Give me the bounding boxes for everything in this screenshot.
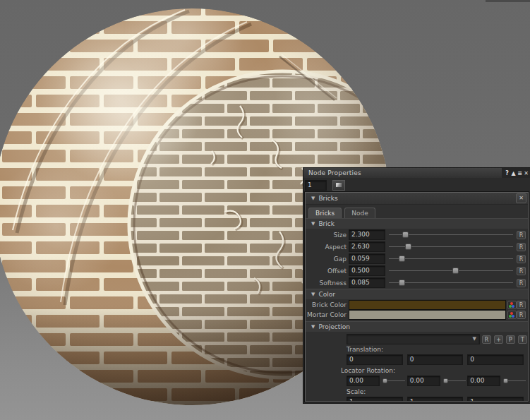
- param-label: Offset: [307, 268, 347, 275]
- projection-dropdown[interactable]: ▼: [347, 334, 480, 344]
- translation-field-y[interactable]: 0: [407, 354, 464, 365]
- p-button[interactable]: P: [506, 335, 515, 344]
- value-field-gap[interactable]: 0.059: [349, 253, 385, 264]
- collapse-triangle-icon: ▼: [311, 322, 315, 332]
- slider-row-offset: Offset 0.500 R: [306, 265, 528, 277]
- section-header-projection[interactable]: ▼ Projection: [306, 321, 528, 332]
- reset-button[interactable]: R: [517, 311, 526, 319]
- scale-field-z[interactable]: 1: [467, 397, 524, 402]
- reset-button[interactable]: R: [482, 335, 491, 344]
- titlebar-icons: ? ▲ ≡ ✕: [502, 168, 530, 178]
- slider-handle[interactable]: [383, 378, 387, 383]
- color-swatch-brick[interactable]: [349, 300, 506, 310]
- item-count-field[interactable]: 1: [305, 180, 327, 191]
- rgb-icon-blue: [512, 305, 514, 308]
- param-label: Gap: [307, 256, 347, 263]
- param-label: Brick Color: [307, 301, 347, 308]
- reset-button[interactable]: R: [517, 301, 526, 309]
- slider-handle[interactable]: [452, 268, 459, 274]
- translation-field-z[interactable]: 0: [467, 354, 524, 365]
- viewport-background: Node Properties ? ▲ ≡ ✕ 1 ▼ Bricks ✕ Bri…: [0, 0, 530, 420]
- rotation-field-y[interactable]: 0.00: [407, 376, 440, 386]
- rgb-icon: [510, 312, 513, 315]
- thumbnail-button[interactable]: [332, 180, 345, 191]
- projection-dropdown-row: ▼ R + P T: [306, 333, 528, 345]
- translation-fields: 0 0 0: [306, 354, 528, 365]
- thumbnail-icon: [336, 183, 342, 187]
- menu-icon[interactable]: ≡: [517, 170, 523, 176]
- rotation-group-x: 0.00: [347, 376, 407, 386]
- rgb-icon-blue: [512, 315, 514, 318]
- rotation-mini-slider-x[interactable]: [383, 378, 405, 384]
- slider-offset[interactable]: [389, 266, 513, 275]
- param-label: Mortar Color: [307, 311, 347, 318]
- panel-title: Node Properties: [308, 169, 361, 176]
- slider-handle[interactable]: [443, 378, 448, 383]
- section-label-brick: Brick: [318, 219, 335, 229]
- rotation-field-z[interactable]: 0.00: [467, 376, 500, 386]
- color-swatch-mortar[interactable]: [349, 310, 506, 320]
- add-button[interactable]: +: [494, 335, 503, 344]
- slider-row-gap: Gap 0.059 R: [306, 253, 528, 265]
- chevron-down-icon: ▼: [473, 335, 476, 344]
- slider-handle[interactable]: [399, 256, 405, 262]
- value-field-softness[interactable]: 0.085: [349, 277, 385, 288]
- pin-icon[interactable]: ▲: [510, 170, 517, 176]
- tab-bricks[interactable]: Bricks: [308, 208, 342, 218]
- section-header-brick[interactable]: ▼ Brick: [306, 218, 528, 229]
- section-label-color: Color: [318, 289, 335, 299]
- value-field-aspect[interactable]: 2.630: [349, 241, 385, 252]
- section-label-projection: Projection: [318, 322, 350, 332]
- section-header-color[interactable]: ▼ Color: [306, 289, 528, 299]
- slider-track: [389, 270, 513, 271]
- rotation-mini-slider-y[interactable]: [443, 378, 466, 384]
- slider-softness[interactable]: [389, 278, 513, 287]
- slider-row-size: Size 2.300 R: [306, 229, 528, 241]
- reset-button[interactable]: R: [517, 267, 526, 275]
- slider-row-softness: Softness 0.085 R: [306, 277, 528, 289]
- tab-node[interactable]: Node: [344, 208, 375, 218]
- node-properties-panel: Node Properties ? ▲ ≡ ✕ 1 ▼ Bricks ✕ Bri…: [303, 168, 530, 403]
- close-bricks-button[interactable]: ✕: [516, 193, 526, 203]
- rgb-picker-button[interactable]: [507, 301, 517, 309]
- close-icon[interactable]: ✕: [523, 170, 529, 176]
- scale-fields: 1 1 1: [306, 397, 528, 402]
- scale-field-x[interactable]: 1: [347, 397, 403, 402]
- slider-handle[interactable]: [402, 232, 409, 238]
- value-field-size[interactable]: 2.300: [349, 229, 385, 240]
- value-field-offset[interactable]: 0.500: [349, 265, 385, 276]
- slider-handle[interactable]: [405, 244, 411, 250]
- t-button[interactable]: T: [518, 335, 527, 344]
- slider-handle[interactable]: [399, 280, 405, 286]
- scale-label: Scale:: [306, 388, 528, 396]
- panel-titlebar[interactable]: Node Properties ? ▲ ≡ ✕: [303, 168, 530, 178]
- rotation-group-z: 0.00: [467, 376, 528, 386]
- bricks-header[interactable]: ▼ Bricks ✕: [306, 193, 528, 205]
- slider-handle[interactable]: [503, 378, 508, 383]
- translation-label: Translation:: [306, 345, 528, 354]
- slider-size[interactable]: [389, 230, 513, 239]
- reset-button[interactable]: R: [517, 255, 526, 263]
- param-label: Aspect: [307, 244, 347, 251]
- reset-button[interactable]: R: [517, 243, 526, 251]
- help-icon[interactable]: ?: [504, 170, 510, 176]
- slider-track: [389, 258, 513, 259]
- rotation-label: Locator Rotation:: [306, 366, 528, 375]
- collapse-triangle-icon: ▼: [311, 219, 315, 229]
- reset-button[interactable]: R: [517, 279, 526, 287]
- scale-field-y[interactable]: 1: [407, 397, 464, 402]
- collapse-triangle-icon[interactable]: ▼: [311, 196, 315, 201]
- slider-aspect[interactable]: [389, 242, 513, 251]
- reset-button[interactable]: R: [517, 231, 526, 239]
- rotation-field-x[interactable]: 0.00: [347, 376, 380, 386]
- rotation-mini-slider-z[interactable]: [503, 378, 526, 384]
- color-row-mortar: Mortar Color R: [306, 310, 528, 319]
- slider-row-aspect: Aspect 2.630 R: [306, 241, 528, 253]
- color-row-brick: Brick Color R: [306, 300, 528, 309]
- param-label: Softness: [307, 280, 347, 287]
- rotation-group-y: 0.00: [407, 376, 468, 386]
- slider-gap[interactable]: [389, 254, 513, 263]
- translation-field-x[interactable]: 0: [347, 354, 403, 365]
- bricks-subwindow: ▼ Bricks ✕ Bricks Node ▼ Brick Size 2.30…: [305, 192, 529, 402]
- rgb-picker-button[interactable]: [507, 311, 517, 319]
